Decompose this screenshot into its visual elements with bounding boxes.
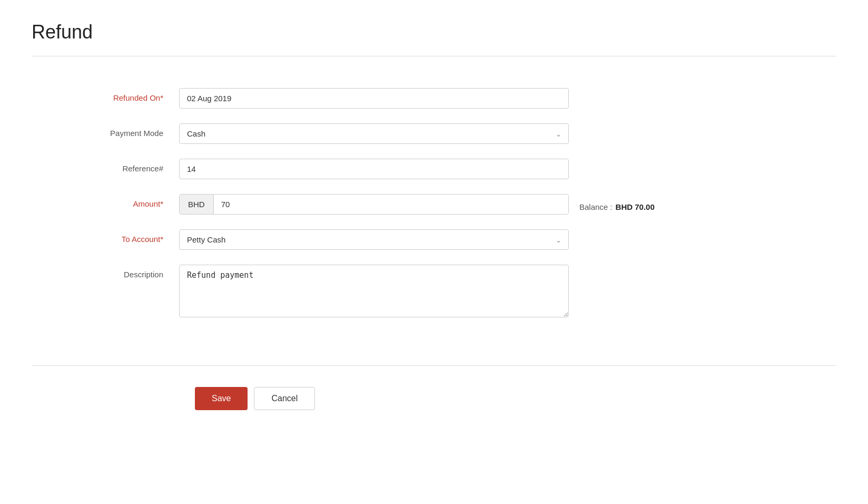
form-body: Refunded On* Payment Mode Cash Bank Tran…: [32, 77, 836, 344]
amount-row-content: BHD Balance : BHD 70.00: [179, 194, 836, 215]
payment-mode-label: Payment Mode: [32, 123, 179, 138]
refunded-on-row: Refunded On*: [32, 88, 836, 109]
amount-input[interactable]: [214, 195, 568, 214]
payment-mode-select[interactable]: Cash Bank Transfer Cheque: [179, 123, 569, 144]
payment-mode-wrapper: Cash Bank Transfer Cheque ⌄: [179, 123, 569, 144]
payment-mode-select-wrapper: Cash Bank Transfer Cheque ⌄: [179, 123, 569, 144]
currency-badge: BHD: [180, 195, 214, 214]
balance-label: Balance :: [579, 202, 613, 211]
to-account-row: To Account* Petty Cash Bank Account Cash…: [32, 229, 836, 250]
to-account-label: To Account*: [32, 229, 179, 244]
footer-actions: Save Cancel: [32, 387, 836, 421]
refunded-on-wrapper: [179, 88, 569, 109]
page-container: Refund Refunded On* Payment Mode Cash Ba…: [0, 0, 868, 504]
balance-value: BHD 70.00: [616, 202, 655, 211]
description-row: Description Refund payment: [32, 265, 836, 319]
amount-input-group: BHD: [179, 194, 569, 215]
to-account-select[interactable]: Petty Cash Bank Account Cash in Hand: [179, 229, 569, 250]
reference-input[interactable]: [179, 159, 569, 179]
payment-mode-row: Payment Mode Cash Bank Transfer Cheque ⌄: [32, 123, 836, 144]
to-account-wrapper: Petty Cash Bank Account Cash in Hand ⌄: [179, 229, 569, 250]
balance-info: Balance : BHD 70.00: [569, 197, 655, 211]
reference-row: Reference#: [32, 159, 836, 179]
to-account-select-wrapper: Petty Cash Bank Account Cash in Hand ⌄: [179, 229, 569, 250]
refunded-on-label: Refunded On*: [32, 88, 179, 102]
description-textarea[interactable]: Refund payment: [179, 265, 569, 317]
page-title: Refund: [32, 21, 836, 43]
description-label: Description: [32, 265, 179, 279]
amount-row: Amount* BHD Balance : BHD 70.00: [32, 194, 836, 215]
amount-wrapper: BHD: [179, 194, 569, 215]
cancel-button[interactable]: Cancel: [254, 387, 315, 410]
amount-label: Amount*: [32, 194, 179, 208]
top-divider: [32, 56, 836, 56]
bottom-divider: [32, 365, 836, 366]
reference-wrapper: [179, 159, 569, 179]
save-button[interactable]: Save: [195, 387, 248, 410]
reference-label: Reference#: [32, 159, 179, 173]
description-wrapper: Refund payment: [179, 265, 569, 319]
refunded-on-input[interactable]: [179, 88, 569, 109]
